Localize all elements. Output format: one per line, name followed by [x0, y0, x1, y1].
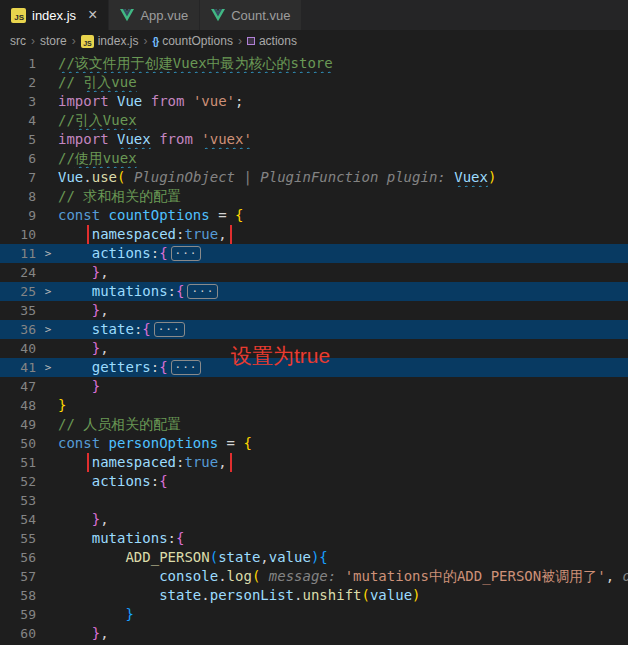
token: // — [58, 150, 75, 166]
line-number: 53 — [0, 491, 38, 510]
token: Vue — [117, 93, 142, 109]
code-line: 9const countOptions = { — [0, 206, 628, 225]
token: // 人员相关的配置 — [58, 416, 181, 432]
fold-chevron-icon[interactable]: > — [38, 282, 58, 301]
code-text: import Vue from 'vue'; — [58, 92, 628, 111]
breadcrumb-item-src[interactable]: src — [10, 34, 26, 48]
fold-ellipsis-badge[interactable]: ··· — [171, 246, 202, 261]
tab-Count.vue[interactable]: Count.vue — [200, 0, 302, 30]
fold-gutter — [38, 453, 58, 472]
breadcrumb-label: src — [10, 34, 26, 48]
token — [58, 302, 92, 318]
code-text: ADD_PERSON(state,value){ — [58, 548, 628, 567]
code-line: 57 console.log( message: 'mutations中的ADD… — [0, 567, 628, 586]
token: } — [92, 340, 100, 356]
line-number: 7 — [0, 168, 38, 187]
token: Vuex — [454, 169, 488, 185]
token: 使用vuex — [75, 150, 137, 166]
token: , — [606, 568, 623, 584]
token: , — [218, 454, 226, 470]
code-line: 4//引入Vuex — [0, 111, 628, 130]
code-line: 6//使用vuex — [0, 149, 628, 168]
token — [58, 340, 92, 356]
chevron-separator-icon: › — [72, 34, 76, 48]
fold-gutter — [38, 415, 58, 434]
fold-ellipsis-badge[interactable]: ··· — [187, 284, 218, 299]
code-text: console.log( message: 'mutations中的ADD_PE… — [58, 567, 628, 586]
fold-gutter — [38, 510, 58, 529]
code-line: 59 } — [0, 605, 628, 624]
chevron-separator-icon: › — [238, 34, 242, 48]
token: unshift — [302, 587, 361, 603]
token: // — [58, 112, 75, 128]
breadcrumb-item-countOptions[interactable]: {}countOptions — [152, 34, 233, 48]
line-number: 10 — [0, 225, 38, 244]
token: 引入vue — [83, 74, 136, 90]
line-number: 8 — [0, 187, 38, 206]
token: personList — [210, 587, 294, 603]
code-line: 49// 人员相关的配置 — [0, 415, 628, 434]
token: , — [100, 302, 108, 318]
tab-label: index.js — [32, 8, 76, 23]
line-number: 60 — [0, 624, 38, 643]
fold-chevron-icon[interactable]: > — [38, 358, 58, 377]
token: , — [260, 549, 268, 565]
fold-ellipsis-badge[interactable]: ··· — [154, 322, 185, 337]
breadcrumb-label: index.js — [98, 34, 139, 48]
token: , — [100, 625, 108, 641]
fold-chevron-icon[interactable]: > — [38, 320, 58, 339]
token: // 求和相关的配置 — [58, 188, 181, 204]
line-number: 5 — [0, 130, 38, 149]
tab-index.js[interactable]: JSindex.js× — [0, 0, 109, 30]
token: PluginObject | PluginFunction plugin: — [125, 169, 454, 185]
token: actions — [92, 473, 151, 489]
fold-gutter — [38, 225, 58, 244]
token: , — [100, 511, 108, 527]
token: // — [58, 74, 83, 90]
breadcrumb: src›store›JSindex.js›{}countOptions›acti… — [0, 30, 628, 52]
line-number: 47 — [0, 377, 38, 396]
tab-bar: JSindex.js×App.vueCount.vue — [0, 0, 628, 30]
fold-gutter — [38, 111, 58, 130]
line-number: 48 — [0, 396, 38, 415]
code-line: 50const personOptions = { — [0, 434, 628, 453]
line-number: 25 — [0, 282, 38, 301]
code-line: 5import Vuex from 'vuex' — [0, 130, 628, 149]
token: { — [235, 207, 243, 223]
token: mutations — [92, 530, 168, 546]
breadcrumb-item-actions[interactable]: actions — [247, 34, 297, 48]
token: Vuex — [117, 131, 151, 147]
line-number: 24 — [0, 263, 38, 282]
tab-App.vue[interactable]: App.vue — [109, 0, 200, 30]
token: { — [176, 530, 184, 546]
breadcrumb-item-store[interactable]: store — [40, 34, 67, 48]
token — [58, 378, 92, 394]
code-text: state:{··· — [58, 320, 628, 339]
close-icon[interactable]: × — [88, 7, 97, 23]
token: ( — [210, 549, 218, 565]
breadcrumb-item-index.js[interactable]: JSindex.js — [81, 34, 139, 48]
fold-gutter — [38, 396, 58, 415]
line-number: 57 — [0, 567, 38, 586]
token: message: — [260, 568, 344, 584]
tab-label: Count.vue — [231, 8, 290, 23]
code-line: 51 namespaced:true, — [0, 453, 628, 472]
token: ) — [488, 169, 496, 185]
token: } — [92, 378, 100, 394]
tab-label: App.vue — [140, 8, 188, 23]
code-line: 58 state.personList.unshift(value) — [0, 586, 628, 605]
token: . — [83, 169, 91, 185]
token: . — [218, 568, 226, 584]
line-number: 36 — [0, 320, 38, 339]
token: { — [159, 473, 167, 489]
token: log — [227, 568, 252, 584]
fold-gutter — [38, 605, 58, 624]
breadcrumb-label: countOptions — [162, 34, 233, 48]
fold-ellipsis-badge[interactable]: ··· — [171, 360, 202, 375]
fold-chevron-icon[interactable]: > — [38, 244, 58, 263]
code-text: }, — [58, 624, 628, 643]
line-number: 52 — [0, 472, 38, 491]
token — [58, 511, 92, 527]
line-number: 40 — [0, 339, 38, 358]
fold-gutter — [38, 434, 58, 453]
